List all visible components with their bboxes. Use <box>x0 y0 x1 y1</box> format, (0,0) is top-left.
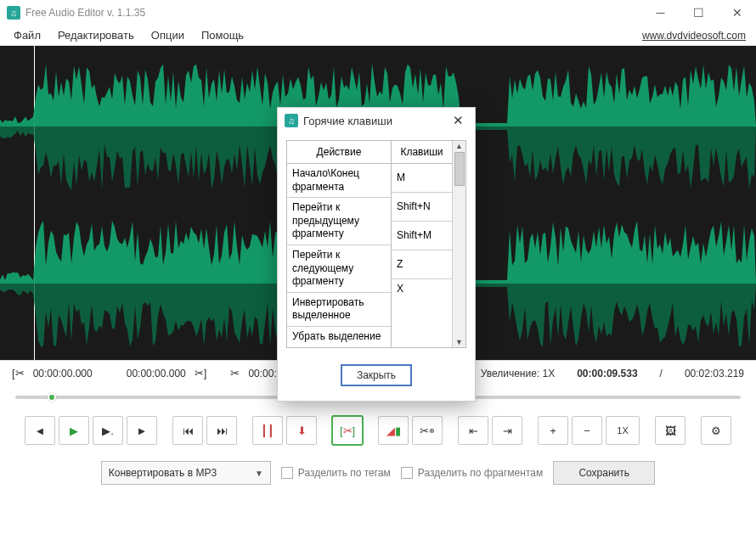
split-by-tags-checkbox[interactable]: Разделить по тегам <box>281 467 391 479</box>
position-slider-thumb[interactable] <box>48 393 56 402</box>
hotkey-key[interactable]: Shift+M <box>392 222 452 250</box>
menu-help[interactable]: Помощь <box>193 27 252 43</box>
window-title: Free Audio Editor v. 1.1.35 <box>25 7 641 19</box>
hotkey-action[interactable]: Перейти к предыдущему фрагменту <box>287 198 391 245</box>
hotkey-key[interactable]: M <box>392 164 452 193</box>
chevron-down-icon: ▼ <box>255 469 263 478</box>
go-start-button[interactable]: ⇤ <box>458 416 488 445</box>
hotkeys-table: Действие Начало\Конец фрагмента Перейти … <box>286 140 466 348</box>
dialog-icon: ♫ <box>285 114 298 127</box>
format-combo[interactable]: Конвертировать в MP3 ▼ <box>101 461 271 485</box>
cut-icon: ✂ <box>230 367 240 379</box>
split-by-fragments-checkbox[interactable]: Разделить по фрагментам <box>401 467 543 479</box>
hotkey-action[interactable]: Убрать выделение <box>287 327 391 347</box>
scroll-up-icon[interactable]: ▲ <box>455 142 463 150</box>
app-icon: ♫ <box>7 6 20 20</box>
marker-button[interactable]: ┃┃ <box>252 416 283 445</box>
bottom-bar: Конвертировать в MP3 ▼ Разделить по тега… <box>0 452 756 494</box>
step-forward-button[interactable]: ► <box>127 416 157 445</box>
zoom-in-button[interactable]: + <box>538 416 568 445</box>
zoom-out-button[interactable]: − <box>572 416 602 445</box>
hotkey-key[interactable]: Z <box>392 250 452 279</box>
save-button[interactable]: Сохранить <box>553 461 655 485</box>
total-time: 00:02:03.219 <box>685 368 744 379</box>
maximize-button[interactable]: ☐ <box>680 0 718 25</box>
dialog-title: Горячие клавиши <box>303 115 448 127</box>
trim-left-button[interactable]: ◢▮ <box>378 416 409 445</box>
zoom-label: Увеличение: 1X <box>481 368 555 379</box>
hotkey-action[interactable]: Начало\Конец фрагмента <box>287 164 391 198</box>
image-button[interactable]: 🖼 <box>655 416 685 445</box>
selection-end-time: 00:00:00.000 <box>127 368 186 379</box>
next-marker-button[interactable]: ⏭ <box>206 416 237 445</box>
trim-right-button[interactable]: ✂⊗ <box>412 416 443 445</box>
go-end-button[interactable]: ⇥ <box>492 416 522 445</box>
dialog-close-button[interactable]: ✕ <box>448 113 468 128</box>
zoom-reset-button[interactable]: 1X <box>606 416 640 445</box>
hotkey-key[interactable]: X <box>392 279 452 300</box>
window-controls: ─ ☐ ✕ <box>641 0 756 25</box>
col-header-keys: Клавиши <box>392 141 452 164</box>
split-tags-label: Разделить по тегам <box>298 467 391 479</box>
toolbar: ◄ ▶ ▶. ► ⏮ ⏭ ┃┃ ⬇ [✂] ◢▮ ✂⊗ ⇤ ⇥ + − 1X 🖼… <box>0 409 756 452</box>
scroll-thumb[interactable] <box>454 152 465 186</box>
menu-file[interactable]: Файл <box>5 27 49 43</box>
step-back-button[interactable]: ◄ <box>25 416 55 445</box>
split-fragments-label: Разделить по фрагментам <box>418 467 543 479</box>
hotkey-action[interactable]: Перейти к следующему фрагменту <box>287 245 391 293</box>
selection-start-icon: [✂ <box>12 367 25 379</box>
close-button[interactable]: ✕ <box>718 0 756 25</box>
hotkey-key[interactable]: Shift+N <box>392 193 452 222</box>
hotkey-action[interactable]: Инвертировать выделенное <box>287 293 391 327</box>
time-separator: / <box>660 368 663 379</box>
selection-end-icon: ✂] <box>195 367 207 379</box>
format-combo-label: Конвертировать в MP3 <box>109 467 217 479</box>
play-selection-button[interactable]: ▶. <box>93 416 123 445</box>
table-scrollbar[interactable]: ▲ ▼ <box>452 141 465 347</box>
play-button[interactable]: ▶ <box>59 416 89 445</box>
hotkeys-dialog: ♫ Горячие клавиши ✕ Действие Начало\Коне… <box>277 107 476 402</box>
selection-start-time: 00:00:00.000 <box>33 368 93 379</box>
website-link[interactable]: www.dvdvideosoft.com <box>642 30 751 42</box>
settings-button[interactable]: ⚙ <box>701 416 731 445</box>
dialog-close-confirm-button[interactable]: Закрыть <box>341 365 411 385</box>
menu-bar: Файл Редактировать Опции Помощь www.dvdv… <box>0 25 756 46</box>
menu-options[interactable]: Опции <box>143 27 193 43</box>
dialog-body: Действие Начало\Конец фрагмента Перейти … <box>278 133 475 351</box>
scroll-down-icon[interactable]: ▼ <box>455 338 463 346</box>
dialog-titlebar[interactable]: ♫ Горячие клавиши ✕ <box>278 108 475 133</box>
checkbox-box <box>281 467 293 479</box>
col-header-action: Действие <box>287 141 391 164</box>
window-titlebar: ♫ Free Audio Editor v. 1.1.35 ─ ☐ ✕ <box>0 0 756 25</box>
dialog-footer: Закрыть <box>278 351 475 401</box>
record-marker-button[interactable]: ⬇ <box>286 416 317 445</box>
cut-button[interactable]: [✂] <box>332 416 363 445</box>
prev-marker-button[interactable]: ⏮ <box>172 416 203 445</box>
minimize-button[interactable]: ─ <box>641 0 680 25</box>
checkbox-box <box>401 467 413 479</box>
menu-edit[interactable]: Редактировать <box>49 27 143 43</box>
sliders-icon: ⚙ <box>711 424 721 437</box>
current-time: 00:00:09.533 <box>577 368 637 379</box>
